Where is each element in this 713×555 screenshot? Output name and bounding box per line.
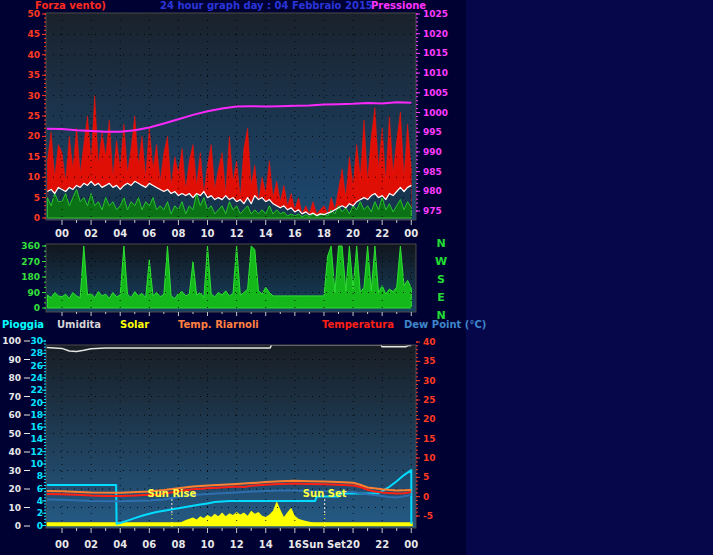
- svg-text:100: 100: [2, 336, 21, 346]
- compass-letter: S: [437, 273, 445, 286]
- svg-text:10: 10: [27, 172, 40, 182]
- svg-text:22: 22: [375, 228, 389, 239]
- svg-text:1000: 1000: [423, 108, 448, 118]
- svg-text:30: 30: [8, 466, 21, 476]
- svg-text:0: 0: [15, 521, 21, 531]
- svg-text:180: 180: [21, 272, 40, 282]
- compass-letter: E: [437, 291, 445, 304]
- svg-text:20: 20: [27, 131, 40, 141]
- svg-text:20: 20: [346, 228, 360, 239]
- svg-text:00: 00: [55, 228, 69, 239]
- svg-text:02: 02: [84, 539, 98, 550]
- svg-text:16: 16: [288, 228, 302, 239]
- svg-text:12: 12: [230, 539, 244, 550]
- weather-graphs-canvas: 0510152025303540455097598098599099510001…: [0, 0, 466, 555]
- panel-met: [46, 345, 416, 528]
- svg-text:14: 14: [259, 228, 273, 239]
- x-axis-row: 000204060810121416Sun Set202200: [55, 528, 418, 550]
- svg-text:1015: 1015: [423, 48, 448, 58]
- svg-text:12: 12: [230, 228, 244, 239]
- svg-text:6: 6: [37, 484, 43, 494]
- svg-text:60: 60: [8, 410, 21, 420]
- svg-text:1005: 1005: [423, 88, 448, 98]
- svg-text:14: 14: [30, 434, 43, 444]
- rain-axis: 024681012141618202224262830: [30, 336, 46, 531]
- panel-dir: [46, 244, 416, 312]
- svg-text:5: 5: [423, 472, 429, 482]
- svg-text:1020: 1020: [423, 29, 448, 39]
- svg-text:1010: 1010: [423, 68, 448, 78]
- svg-text:990: 990: [423, 147, 442, 157]
- svg-text:0: 0: [423, 492, 429, 502]
- svg-text:00: 00: [404, 228, 418, 239]
- weather-graph-window: Forza vento) 24 hour graph day : 04 Febb…: [0, 0, 713, 555]
- temp-axis: -50510152025303540: [416, 337, 436, 521]
- svg-text:70: 70: [8, 392, 21, 402]
- svg-text:45: 45: [27, 29, 40, 39]
- svg-text:0: 0: [37, 521, 43, 531]
- svg-text:975: 975: [423, 206, 442, 216]
- svg-text:-5: -5: [423, 511, 433, 521]
- svg-text:22: 22: [375, 539, 389, 550]
- svg-text:16: 16: [30, 422, 43, 432]
- svg-text:18: 18: [317, 228, 331, 239]
- svg-text:12: 12: [30, 447, 43, 457]
- panel-wind: [46, 13, 416, 220]
- svg-text:1025: 1025: [423, 9, 448, 19]
- svg-text:40: 40: [27, 50, 40, 60]
- svg-text:10: 10: [423, 453, 436, 463]
- wind-axis: 05101520253035404550: [27, 9, 46, 223]
- svg-text:16: 16: [288, 539, 302, 550]
- svg-text:00: 00: [404, 539, 418, 550]
- svg-text:20: 20: [346, 539, 360, 550]
- svg-text:2: 2: [37, 508, 43, 518]
- dir-axis: 090180270360: [21, 241, 46, 313]
- svg-text:24: 24: [30, 373, 43, 383]
- svg-text:90: 90: [8, 355, 21, 365]
- svg-text:995: 995: [423, 127, 442, 137]
- svg-text:80: 80: [8, 373, 21, 383]
- svg-text:08: 08: [171, 539, 185, 550]
- svg-text:5: 5: [34, 193, 40, 203]
- svg-text:270: 270: [21, 257, 40, 267]
- svg-text:00: 00: [55, 539, 69, 550]
- svg-text:10: 10: [30, 459, 43, 469]
- svg-text:50: 50: [8, 429, 21, 439]
- svg-text:Sun Rise: Sun Rise: [147, 488, 196, 499]
- svg-text:10: 10: [8, 503, 21, 513]
- svg-text:35: 35: [423, 356, 436, 366]
- press-axis: 975980985990995100010051010101510201025: [416, 9, 448, 216]
- svg-text:18: 18: [30, 410, 43, 420]
- svg-text:15: 15: [423, 434, 436, 444]
- svg-text:26: 26: [30, 361, 43, 371]
- svg-text:360: 360: [21, 241, 40, 251]
- svg-text:20: 20: [30, 398, 43, 408]
- svg-text:06: 06: [142, 539, 156, 550]
- svg-text:40: 40: [423, 337, 436, 347]
- svg-text:10: 10: [201, 539, 215, 550]
- svg-text:8: 8: [37, 471, 43, 481]
- svg-text:22: 22: [30, 385, 43, 395]
- compass-letter: N: [436, 237, 445, 250]
- svg-text:15: 15: [27, 152, 40, 162]
- svg-text:35: 35: [27, 70, 40, 80]
- svg-text:08: 08: [171, 228, 185, 239]
- svg-text:02: 02: [84, 228, 98, 239]
- svg-text:30: 30: [423, 376, 436, 386]
- hum-axis: 0102030405060708090100: [2, 336, 30, 531]
- x-axis-row: [62, 312, 411, 316]
- svg-text:4: 4: [37, 496, 43, 506]
- svg-text:0: 0: [34, 303, 40, 313]
- svg-text:985: 985: [423, 167, 442, 177]
- svg-text:0: 0: [34, 213, 40, 223]
- svg-text:04: 04: [113, 539, 127, 550]
- svg-text:50: 50: [27, 9, 40, 19]
- compass-letter: W: [435, 255, 447, 268]
- svg-text:30: 30: [27, 91, 40, 101]
- svg-text:10: 10: [201, 228, 215, 239]
- svg-text:980: 980: [423, 186, 442, 196]
- svg-text:25: 25: [27, 111, 40, 121]
- svg-text:30: 30: [30, 336, 43, 346]
- svg-text:20: 20: [8, 484, 21, 494]
- svg-text:25: 25: [423, 395, 436, 405]
